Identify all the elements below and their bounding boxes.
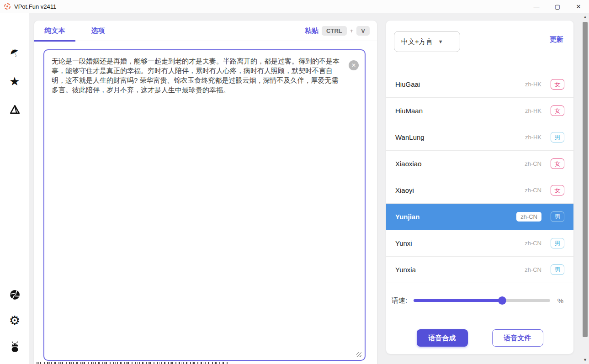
- language-dropdown-value: 中文+方言: [401, 37, 433, 46]
- voice-row[interactable]: WanLungzh-HK男: [386, 124, 573, 151]
- tab-options[interactable]: 选项: [77, 21, 118, 40]
- scrollbar-thumb[interactable]: [583, 22, 588, 337]
- voice-name: Yunjian: [395, 213, 516, 221]
- voice-name: WanLung: [395, 133, 525, 141]
- gender-badge: 女: [551, 106, 564, 116]
- tab-plain-text[interactable]: 纯文本: [34, 21, 75, 42]
- umbrella-icon: ☂: [8, 47, 21, 60]
- star-icon: ★: [9, 75, 20, 87]
- sidebar-item-umbrella[interactable]: ☂: [0, 48, 29, 58]
- voices-panel: 中文+方言 ▼ 更新 HiuGaaizh-HK女HiuMaanzh-HK女Wan…: [386, 21, 573, 354]
- voice-row[interactable]: Xiaoyizh-CN女: [386, 177, 573, 204]
- voice-locale: zh-CN: [525, 266, 541, 273]
- chevron-down-icon: ▼: [438, 39, 443, 44]
- gender-badge: 男: [551, 264, 564, 275]
- rate-slider[interactable]: [414, 299, 550, 302]
- voice-locale: zh-CN: [525, 240, 541, 247]
- window-title: VPot.Fun v2411: [14, 3, 56, 10]
- voice-list: HiuGaaizh-HK女HiuMaanzh-HK女WanLungzh-HK男X…: [386, 71, 573, 283]
- resize-grip-icon[interactable]: [356, 352, 361, 357]
- save-file-button[interactable]: 语音文件: [492, 329, 543, 347]
- language-dropdown[interactable]: 中文+方言 ▼: [394, 31, 460, 52]
- sidebar-item-settings[interactable]: ⚙: [0, 315, 29, 327]
- app-logo-icon: [4, 3, 11, 10]
- paste-button[interactable]: 粘贴: [305, 26, 318, 35]
- scroll-down-icon[interactable]: ▼: [581, 357, 589, 363]
- synthesize-button[interactable]: 语音合成: [417, 329, 468, 347]
- v-key-pill: V: [356, 26, 370, 36]
- voice-name: Xiaoyi: [395, 186, 525, 194]
- rate-slider-thumb[interactable]: [498, 296, 506, 305]
- maximize-button[interactable]: ▢: [547, 0, 568, 13]
- voice-name: Yunxia: [395, 266, 525, 274]
- voice-locale: zh-HK: [525, 81, 541, 88]
- gender-badge: 女: [551, 79, 564, 90]
- voice-row[interactable]: Xiaoxiaozh-CN女: [386, 151, 573, 177]
- gender-badge: 女: [551, 158, 564, 169]
- aperture-icon: [9, 289, 21, 301]
- sidebar-item-robot[interactable]: [0, 341, 29, 353]
- plus-sign: +: [350, 27, 354, 34]
- voice-name: HiuMaan: [395, 107, 525, 115]
- rate-slider-fill: [414, 299, 502, 302]
- window-scrollbar[interactable]: ▲ ▼: [581, 13, 589, 364]
- action-buttons: 语音合成 语音文件: [386, 329, 573, 347]
- sidebar-item-aperture[interactable]: [0, 289, 29, 301]
- minimize-button[interactable]: —: [526, 0, 547, 13]
- robot-icon: [9, 341, 21, 353]
- voice-row[interactable]: Yunxizh-CN男: [386, 230, 573, 257]
- voice-name: HiuGaai: [395, 80, 525, 88]
- voice-locale: zh-CN: [525, 187, 541, 194]
- gear-icon: ⚙: [9, 315, 20, 327]
- gender-badge: 男: [551, 238, 564, 248]
- voice-row[interactable]: Yunxiazh-CN男: [386, 257, 573, 283]
- speech-rate-row: 语速: %: [392, 294, 563, 307]
- scroll-up-icon[interactable]: ▲: [581, 14, 589, 20]
- voice-locale: zh-CN: [516, 212, 541, 222]
- voice-locale: zh-HK: [525, 107, 541, 114]
- close-button[interactable]: ✕: [568, 0, 589, 13]
- sidebar-item-favorites[interactable]: ★: [0, 75, 29, 87]
- editor-panel: 纯文本 选项 粘贴 CTRL + V 无论是一段婚姻还是再婚，能够一起走到老的才…: [34, 21, 377, 364]
- gender-badge: 女: [551, 185, 564, 195]
- paste-shortcut: 粘贴 CTRL + V: [305, 21, 370, 41]
- percent-symbol: %: [557, 297, 563, 305]
- voice-locale: zh-HK: [525, 134, 541, 141]
- window-controls: — ▢ ✕: [526, 0, 589, 13]
- voice-row[interactable]: HiuGaaizh-HK女: [386, 71, 573, 98]
- voice-row[interactable]: HiuMaanzh-HK女: [386, 98, 573, 124]
- voice-locale: zh-CN: [525, 160, 541, 167]
- rate-label: 语速:: [392, 296, 407, 305]
- editor-tabs: 纯文本 选项 粘贴 CTRL + V: [34, 21, 377, 41]
- clear-text-icon[interactable]: ✕: [349, 60, 359, 70]
- sidebar-rail: ☂ ★ ⚙: [0, 13, 29, 364]
- title-bar: VPot.Fun v2411 — ▢ ✕: [0, 0, 589, 13]
- mountain-icon: [9, 104, 21, 115]
- clipped-text-strip: [37, 362, 228, 364]
- refresh-button[interactable]: 更新: [550, 35, 563, 44]
- gender-badge: 男: [551, 211, 564, 222]
- text-input-area[interactable]: 无论是一段婚姻还是再婚，能够一起走到老的才是夫妻。半路离开的，都是过客。得到的不…: [43, 49, 366, 361]
- input-text: 无论是一段婚姻还是再婚，能够一起走到老的才是夫妻。半路离开的，都是过客。得到的不…: [52, 57, 340, 94]
- gender-badge: 男: [551, 132, 564, 142]
- voice-name: Yunxi: [395, 239, 525, 247]
- ctrl-key-pill: CTRL: [322, 26, 347, 36]
- sidebar-item-mountain[interactable]: [0, 104, 29, 115]
- voice-row[interactable]: Yunjianzh-CN男: [386, 204, 573, 230]
- voice-name: Xiaoxiao: [395, 160, 525, 168]
